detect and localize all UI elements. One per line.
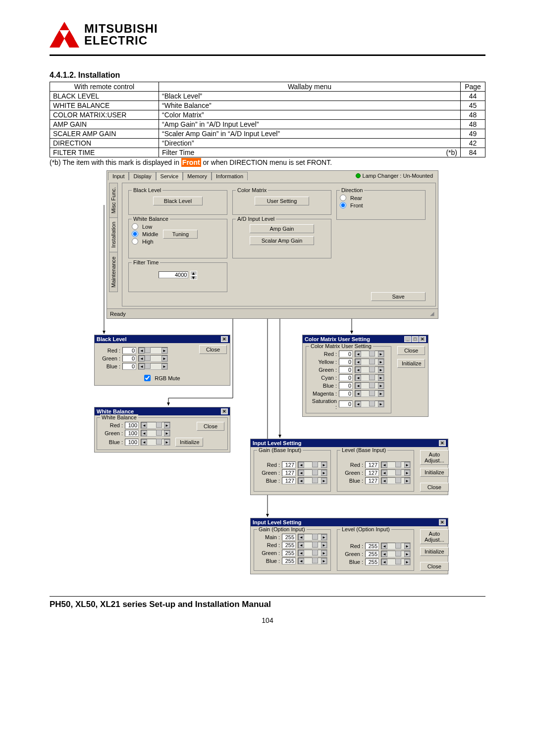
- il1-l-green[interactable]: [365, 469, 379, 476]
- cm-close-button[interactable]: Close: [397, 346, 425, 355]
- cm-y-scroll[interactable]: ◄►: [355, 358, 384, 365]
- wb-green-scroll[interactable]: ◄►: [141, 430, 170, 437]
- bl-blue-input[interactable]: [122, 363, 136, 370]
- user-setting-button[interactable]: User Setting: [255, 197, 309, 205]
- cm-b-scroll[interactable]: ◄►: [355, 382, 384, 389]
- close-icon[interactable]: ✕: [439, 440, 446, 446]
- dir-front-radio[interactable]: [340, 202, 346, 208]
- vtab-installation[interactable]: Installation: [109, 217, 118, 252]
- cm-mag-input[interactable]: [339, 390, 353, 397]
- wb-green-input[interactable]: [125, 430, 139, 437]
- wb-close-button[interactable]: Close: [197, 422, 224, 431]
- tab-input[interactable]: Input: [108, 172, 129, 180]
- wb-red-scroll[interactable]: ◄►: [141, 422, 170, 429]
- save-button[interactable]: Save: [371, 292, 426, 301]
- il2-g-blue[interactable]: [282, 557, 296, 564]
- brand-logo: MITSUBISHI ELECTRIC: [50, 20, 485, 50]
- bl-blue-scroll[interactable]: ◄►: [138, 363, 168, 370]
- bl-red-scroll[interactable]: ◄►: [138, 347, 168, 354]
- cm-red-scroll[interactable]: ◄►: [355, 351, 384, 357]
- tab-service[interactable]: Service: [156, 172, 183, 180]
- lamp-dot-icon: [356, 173, 361, 178]
- lamp-status: Lamp Changer : Un-Mounted: [356, 173, 433, 179]
- wb-blue-scroll[interactable]: ◄►: [141, 439, 170, 446]
- wb-red-input[interactable]: [125, 422, 139, 429]
- il2-l-red[interactable]: [365, 543, 379, 550]
- brand-text-2: ELECTRIC: [84, 35, 158, 47]
- spin-down-icon[interactable]: ▼: [190, 275, 197, 280]
- il1-init-button[interactable]: Initialize: [420, 468, 449, 477]
- white-balance-dialog: White Balance✕ White Balance Red :◄► Gre…: [94, 407, 230, 453]
- il2-close-button[interactable]: Close: [420, 562, 449, 571]
- th-page: Page: [461, 82, 485, 92]
- cm-red-input[interactable]: [339, 351, 353, 357]
- bl-red-input[interactable]: [122, 347, 136, 354]
- section-heading: 4.4.1.2. Installation: [50, 71, 485, 80]
- il2-l-blue[interactable]: [365, 558, 379, 565]
- close-icon[interactable]: ✕: [221, 408, 228, 414]
- cm-c-scroll[interactable]: ◄►: [355, 374, 384, 381]
- il2-auto-button[interactable]: Auto Adjust...: [420, 529, 449, 544]
- cm-blue-input[interactable]: [339, 382, 353, 389]
- dir-rear-radio[interactable]: [340, 195, 346, 201]
- rgb-mute-check[interactable]: [144, 375, 151, 381]
- filter-time-input[interactable]: [159, 271, 188, 278]
- th-remote: With remote control: [50, 82, 159, 92]
- il1-auto-button[interactable]: Auto Adjust...: [420, 450, 449, 465]
- scalar-amp-gain-button[interactable]: Scalar Amp Gain: [250, 236, 314, 245]
- color-matrix-dialog: Color Matrix User Setting_□✕ Color Matri…: [302, 335, 428, 417]
- tuning-button[interactable]: Tuning: [163, 230, 198, 239]
- tab-information[interactable]: Information: [212, 172, 248, 180]
- cm-m-scroll[interactable]: ◄►: [355, 390, 384, 397]
- cm-g-scroll[interactable]: ◄►: [355, 366, 384, 373]
- cm-yellow-input[interactable]: [339, 358, 353, 365]
- wb-init-button[interactable]: Initialize: [175, 438, 203, 447]
- vtab-misc[interactable]: Misc Func.: [109, 183, 118, 218]
- min-icon[interactable]: _: [404, 336, 411, 342]
- brand-text-1: MITSUBISHI: [84, 23, 158, 35]
- wb-middle-radio[interactable]: [132, 231, 138, 237]
- svg-marker-3: [54, 30, 64, 39]
- il1-l-red[interactable]: [365, 461, 379, 468]
- max-icon[interactable]: □: [412, 336, 419, 342]
- bl-green-input[interactable]: [122, 355, 136, 362]
- svg-marker-2: [64, 30, 79, 48]
- il1-close-button[interactable]: Close: [420, 483, 449, 492]
- il2-g-green[interactable]: [282, 550, 296, 556]
- amp-gain-button[interactable]: Amp Gain: [250, 224, 314, 233]
- main-window: Input Display Service Memory Information…: [107, 170, 438, 319]
- il2-l-green[interactable]: [365, 551, 379, 557]
- il2-g-red[interactable]: [282, 542, 296, 549]
- il1-g-red[interactable]: [282, 461, 296, 468]
- close-icon[interactable]: ✕: [419, 336, 426, 342]
- bl-green-scroll[interactable]: ◄►: [138, 355, 168, 362]
- bl-close-button[interactable]: Close: [199, 345, 227, 354]
- wb-low-radio[interactable]: [132, 223, 138, 230]
- il1-l-blue[interactable]: [365, 477, 379, 484]
- wb-high-radio[interactable]: [132, 238, 138, 245]
- vtab-maintenance[interactable]: Maintenance: [109, 252, 118, 292]
- il1-g-green[interactable]: [282, 469, 296, 476]
- close-icon[interactable]: ✕: [221, 336, 228, 342]
- reference-table: With remote control Wallaby menu Page BL…: [50, 82, 485, 157]
- close-icon[interactable]: ✕: [439, 519, 446, 525]
- svg-marker-0: [59, 22, 69, 30]
- status-text: Ready: [110, 311, 126, 317]
- il1-g-blue[interactable]: [282, 477, 296, 484]
- resize-grip-icon[interactable]: ◢: [430, 310, 435, 317]
- cm-s-scroll[interactable]: ◄►: [355, 401, 384, 407]
- svg-marker-4: [64, 30, 74, 39]
- cm-green-input[interactable]: [339, 366, 353, 373]
- black-level-button[interactable]: Black Level: [153, 197, 203, 205]
- cm-init-button[interactable]: Initialize: [397, 359, 425, 368]
- footer-title: PH50, XL50, XL21 series Set-up and Insta…: [50, 600, 485, 609]
- input-level-1-dialog: Input Level Setting✕ Gain (Base Input) R…: [250, 439, 448, 495]
- cm-sat-input[interactable]: [339, 401, 353, 407]
- tab-display[interactable]: Display: [129, 172, 156, 180]
- th-menu: Wallaby menu: [159, 82, 461, 92]
- wb-blue-input[interactable]: [125, 439, 139, 446]
- cm-cyan-input[interactable]: [339, 374, 353, 381]
- il2-init-button[interactable]: Initialize: [420, 547, 449, 556]
- tab-memory[interactable]: Memory: [183, 172, 212, 180]
- il2-g-main[interactable]: [282, 534, 296, 541]
